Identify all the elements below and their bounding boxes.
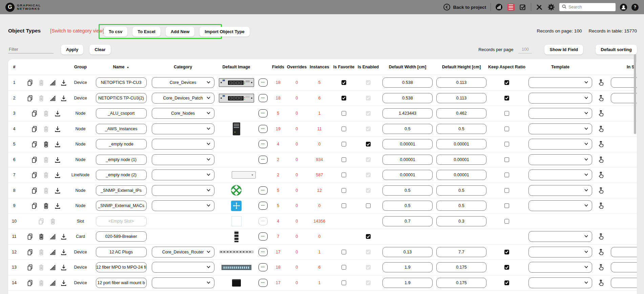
is-enabled-checkbox[interactable]	[366, 80, 371, 85]
category-select[interactable]	[152, 154, 214, 165]
hand-pointer-icon[interactable]	[597, 263, 605, 271]
copy-icon[interactable]	[31, 187, 38, 194]
hand-pointer-icon[interactable]	[597, 125, 605, 133]
download-icon[interactable]	[54, 187, 61, 194]
default-width-input[interactable]	[382, 124, 433, 134]
copy-icon[interactable]	[27, 279, 34, 286]
keep-aspect-ratio-checkbox[interactable]	[504, 80, 509, 85]
download-icon[interactable]	[54, 141, 61, 148]
default-width-input[interactable]	[382, 170, 433, 180]
hand-pointer-icon[interactable]	[597, 156, 605, 164]
instances-count[interactable]: 11	[317, 127, 322, 131]
keep-aspect-ratio-checkbox[interactable]	[504, 96, 509, 100]
category-select[interactable]	[152, 185, 214, 196]
fields-count[interactable]: 7	[277, 234, 279, 239]
name-input[interactable]	[96, 108, 147, 118]
keep-aspect-ratio-checkbox[interactable]	[504, 219, 509, 224]
default-height-input[interactable]	[436, 170, 486, 180]
download-icon[interactable]	[54, 156, 61, 163]
trash-icon[interactable]	[38, 233, 45, 240]
instances-count[interactable]: 934	[316, 157, 323, 162]
overrides-count[interactable]: 0	[296, 203, 298, 208]
import-object-type-button[interactable]: Import Object Type	[200, 27, 250, 37]
is-enabled-checkbox[interactable]	[366, 188, 371, 193]
hand-pointer-icon[interactable]	[597, 171, 605, 179]
category-select[interactable]	[152, 169, 214, 180]
is-enabled-checkbox[interactable]	[366, 203, 371, 208]
keep-aspect-ratio-checkbox[interactable]	[504, 265, 509, 270]
is-enabled-checkbox[interactable]	[366, 96, 371, 100]
instances-count[interactable]: 1	[318, 280, 321, 285]
to-csv-button[interactable]: To csv	[104, 27, 127, 37]
template-select[interactable]	[528, 139, 592, 150]
image-options-button[interactable]: ...	[258, 232, 268, 241]
is-enabled-checkbox[interactable]	[366, 111, 371, 116]
default-sorting-button[interactable]: Default sorting	[596, 45, 637, 54]
instances-count[interactable]: 587	[316, 173, 323, 177]
overrides-count[interactable]: 0	[296, 219, 298, 224]
apply-button[interactable]: Apply	[61, 45, 83, 54]
object-list-active-icon[interactable]	[507, 3, 515, 11]
overrides-count[interactable]: 0	[296, 265, 298, 270]
ruler-icon[interactable]	[49, 249, 56, 255]
image-options-button[interactable]: ...	[258, 94, 268, 102]
name-input[interactable]	[96, 185, 147, 196]
filter-input[interactable]	[8, 46, 54, 53]
instances-count[interactable]: 6	[318, 265, 321, 270]
trash-icon[interactable]	[43, 141, 49, 148]
copy-icon[interactable]	[31, 141, 38, 148]
template-select[interactable]	[528, 277, 592, 288]
image-mini-dropdown[interactable]: ▾	[232, 171, 256, 179]
hand-pointer-icon[interactable]	[597, 94, 605, 102]
template-select[interactable]	[528, 247, 592, 257]
default-width-input[interactable]	[382, 108, 433, 118]
tasks-checkbox-icon[interactable]	[519, 3, 526, 11]
download-icon[interactable]	[60, 79, 67, 86]
download-icon[interactable]	[54, 126, 61, 132]
download-icon[interactable]	[60, 95, 67, 101]
is-enabled-checkbox[interactable]	[366, 173, 371, 177]
name-input[interactable]	[96, 231, 147, 242]
keep-aspect-ratio-checkbox[interactable]	[504, 203, 509, 208]
overrides-count[interactable]: 0	[296, 157, 298, 162]
is-favorite-checkbox[interactable]	[341, 188, 346, 193]
download-icon[interactable]	[60, 249, 67, 255]
default-width-input[interactable]	[382, 247, 433, 257]
fields-count[interactable]: 17	[276, 250, 281, 254]
trash-icon[interactable]	[43, 202, 49, 209]
keep-aspect-ratio-checkbox[interactable]	[504, 173, 509, 177]
copy-icon[interactable]	[27, 249, 34, 255]
name-input[interactable]	[96, 170, 147, 180]
category-select[interactable]	[152, 123, 214, 134]
download-icon[interactable]	[60, 233, 67, 240]
category-select[interactable]: Core_Devices_Patch	[152, 93, 214, 104]
name-input[interactable]	[96, 93, 147, 103]
category-select[interactable]: Core_Nodes	[152, 108, 214, 119]
category-select[interactable]	[152, 139, 214, 150]
is-enabled-checkbox[interactable]	[366, 234, 371, 239]
image-options-button[interactable]: ...	[258, 279, 268, 287]
switch-to-category-view-link[interactable]: [Switch to category view]	[50, 28, 104, 33]
clear-button[interactable]: Clear	[89, 45, 111, 54]
keep-aspect-ratio-checkbox[interactable]	[504, 280, 509, 285]
default-width-input[interactable]	[382, 216, 433, 226]
default-height-input[interactable]	[436, 278, 486, 288]
name-input[interactable]	[96, 262, 147, 272]
ruler-icon[interactable]	[49, 279, 56, 286]
template-select[interactable]	[528, 77, 592, 88]
copy-icon[interactable]	[31, 202, 38, 209]
instances-count[interactable]: 12	[317, 188, 322, 193]
overrides-count[interactable]: 0	[296, 280, 298, 285]
copy-icon[interactable]	[27, 95, 34, 101]
settings-gear-icon[interactable]	[547, 3, 555, 11]
image-options-button[interactable]: ...	[258, 109, 268, 117]
is-favorite-checkbox[interactable]	[341, 142, 346, 146]
is-favorite-checkbox[interactable]	[341, 111, 346, 116]
fields-count[interactable]: 19	[276, 127, 281, 131]
overrides-count[interactable]: 0	[296, 173, 298, 177]
instances-count[interactable]: 5	[318, 80, 321, 85]
template-select[interactable]	[528, 108, 592, 119]
fields-count[interactable]: 18	[276, 80, 281, 85]
fields-count[interactable]: 5	[277, 111, 279, 116]
to-excel-button[interactable]: To Excel	[132, 27, 161, 37]
